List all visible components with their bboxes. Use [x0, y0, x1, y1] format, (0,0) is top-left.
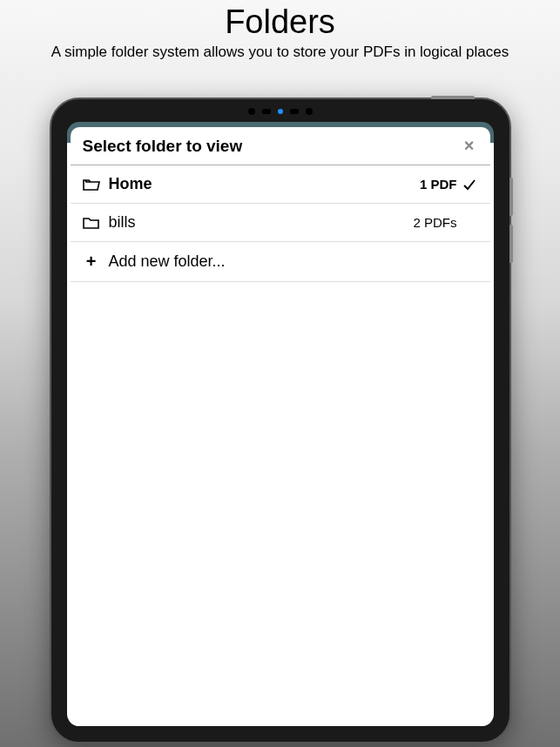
hardware-side-button-2 — [509, 225, 513, 263]
folder-row-bills[interactable]: bills 2 PDFs — [71, 204, 490, 242]
folder-icon — [83, 216, 100, 230]
hardware-side-button-1 — [509, 178, 513, 216]
add-folder-label: Add new folder... — [109, 252, 478, 271]
check-icon — [462, 178, 478, 192]
folder-select-modal: Select folder to view × Home 1 PDF — [71, 127, 490, 726]
close-button[interactable]: × — [461, 136, 478, 156]
folder-count: 1 PDF — [420, 177, 457, 192]
tablet-frame: Select folder to view × Home 1 PDF — [50, 98, 511, 744]
modal-title: Select folder to view — [83, 137, 243, 156]
add-folder-row[interactable]: + Add new folder... — [71, 242, 490, 282]
page-subtitle: A simple folder system allows you to sto… — [0, 43, 560, 62]
folder-row-home[interactable]: Home 1 PDF — [71, 165, 490, 204]
page-title: Folders — [0, 3, 560, 41]
folder-open-icon — [83, 178, 100, 192]
tablet-screen: Select folder to view × Home 1 PDF — [67, 122, 494, 726]
modal-header: Select folder to view × — [71, 127, 490, 165]
folder-count: 2 PDFs — [413, 215, 456, 230]
folder-label: bills — [109, 213, 414, 232]
sensor-bar — [248, 108, 313, 115]
plus-icon: + — [83, 252, 100, 272]
hardware-top-button — [431, 96, 475, 99]
folder-label: Home — [109, 175, 420, 193]
